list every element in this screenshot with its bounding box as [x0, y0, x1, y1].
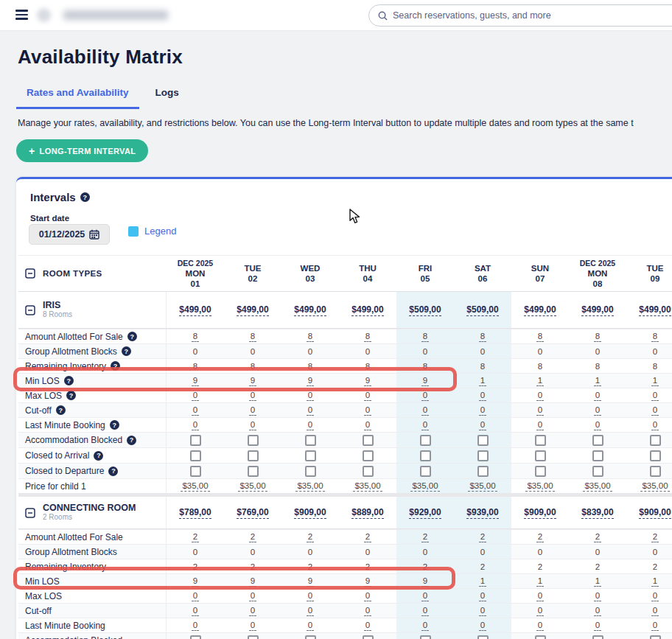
editable-value[interactable]: 2: [364, 532, 371, 542]
editable-value[interactable]: 0: [421, 391, 429, 401]
checkbox[interactable]: [535, 466, 546, 477]
rate-value[interactable]: $499,00: [581, 304, 613, 316]
checkbox[interactable]: [363, 435, 374, 446]
editable-value[interactable]: 0: [479, 621, 486, 631]
checkbox[interactable]: [305, 435, 316, 446]
editable-value[interactable]: 0: [249, 591, 256, 601]
checkbox[interactable]: [535, 450, 546, 461]
editable-value[interactable]: 9: [421, 576, 429, 587]
rate-value[interactable]: $909,00: [639, 507, 671, 519]
editable-value[interactable]: 0: [651, 606, 659, 616]
editable-value[interactable]: 0: [651, 420, 659, 430]
editable-value[interactable]: 2: [192, 532, 199, 542]
editable-value[interactable]: 2: [536, 532, 544, 542]
checkbox[interactable]: [363, 466, 374, 477]
checkbox[interactable]: [248, 435, 259, 446]
editable-value[interactable]: 8: [479, 332, 486, 342]
editable-value[interactable]: 9: [364, 576, 371, 587]
editable-value[interactable]: 0: [364, 405, 371, 416]
editable-value[interactable]: 9: [421, 376, 429, 386]
editable-value[interactable]: $35,00: [468, 481, 497, 492]
checkbox[interactable]: [477, 466, 489, 477]
editable-value[interactable]: 0: [249, 405, 256, 416]
hamburger-menu-icon[interactable]: [15, 10, 28, 20]
checkbox[interactable]: [248, 466, 259, 477]
intervals-help-icon[interactable]: ?: [80, 192, 90, 202]
editable-value[interactable]: 1: [651, 576, 659, 587]
editable-value[interactable]: 0: [651, 621, 659, 631]
editable-value[interactable]: 0: [479, 591, 486, 601]
global-search[interactable]: [368, 4, 672, 27]
editable-value[interactable]: 9: [364, 376, 371, 386]
editable-value[interactable]: 1: [651, 376, 659, 386]
rate-value[interactable]: $509,00: [409, 304, 441, 316]
editable-value[interactable]: 0: [536, 420, 544, 430]
editable-value[interactable]: 1: [536, 376, 544, 386]
rate-value[interactable]: $789,00: [179, 507, 211, 519]
checkbox[interactable]: [363, 635, 374, 639]
editable-value[interactable]: 0: [594, 405, 601, 416]
rate-value[interactable]: $499,00: [524, 304, 556, 316]
editable-value[interactable]: 2: [594, 532, 601, 542]
help-icon[interactable]: ?: [127, 436, 136, 445]
help-icon[interactable]: ?: [122, 346, 131, 356]
editable-value[interactable]: 1: [536, 576, 544, 587]
editable-value[interactable]: 0: [594, 621, 601, 631]
editable-value[interactable]: 1: [594, 376, 601, 386]
editable-value[interactable]: 2: [651, 532, 659, 542]
editable-value[interactable]: 0: [364, 606, 371, 616]
editable-value[interactable]: 9: [192, 576, 199, 587]
editable-value[interactable]: $35,00: [238, 481, 267, 492]
editable-value[interactable]: 0: [421, 405, 429, 416]
editable-value[interactable]: $35,00: [525, 481, 554, 492]
editable-value[interactable]: 9: [192, 376, 199, 386]
checkbox[interactable]: [420, 635, 431, 639]
start-date-input[interactable]: 01/12/2025: [29, 224, 110, 245]
checkbox[interactable]: [650, 635, 661, 639]
editable-value[interactable]: 8: [364, 332, 371, 342]
rate-value[interactable]: $509,00: [466, 304, 498, 316]
checkbox[interactable]: [535, 635, 546, 639]
editable-value[interactable]: 0: [307, 420, 314, 430]
editable-value[interactable]: 0: [249, 621, 256, 631]
checkbox[interactable]: [190, 435, 201, 446]
editable-value[interactable]: 8: [536, 332, 544, 342]
editable-value[interactable]: 0: [421, 606, 429, 616]
editable-value[interactable]: 0: [421, 621, 429, 631]
help-icon[interactable]: ?: [108, 467, 118, 476]
editable-value[interactable]: 0: [192, 591, 199, 601]
editable-value[interactable]: 0: [364, 591, 371, 601]
rate-value[interactable]: $769,00: [237, 507, 268, 519]
editable-value[interactable]: 0: [651, 391, 659, 401]
editable-value[interactable]: 0: [192, 621, 199, 631]
editable-value[interactable]: 0: [479, 606, 486, 616]
editable-value[interactable]: 0: [651, 405, 659, 416]
rate-value[interactable]: $499,00: [294, 304, 326, 316]
editable-value[interactable]: 9: [249, 376, 256, 386]
editable-value[interactable]: 0: [307, 391, 314, 401]
editable-value[interactable]: 0: [249, 391, 256, 401]
editable-value[interactable]: 0: [421, 420, 429, 430]
rate-value[interactable]: $909,00: [294, 507, 326, 519]
checkbox[interactable]: [190, 450, 201, 461]
editable-value[interactable]: 0: [651, 591, 659, 601]
editable-value[interactable]: 0: [594, 606, 601, 616]
editable-value[interactable]: 0: [594, 591, 601, 601]
rate-value[interactable]: $939,00: [466, 507, 498, 519]
checkbox[interactable]: [305, 635, 316, 639]
checkbox[interactable]: [305, 450, 316, 461]
help-icon[interactable]: ?: [94, 451, 103, 461]
tab-rates-and-availability[interactable]: Rates and Availability: [16, 84, 139, 109]
editable-value[interactable]: 2: [479, 532, 486, 542]
editable-value[interactable]: $35,00: [353, 481, 382, 492]
editable-value[interactable]: 0: [536, 405, 544, 416]
checkbox[interactable]: [190, 466, 201, 477]
collapse-section-icon[interactable]: [25, 508, 35, 518]
checkbox[interactable]: [477, 435, 489, 446]
editable-value[interactable]: 0: [364, 420, 371, 430]
checkbox[interactable]: [305, 466, 316, 477]
help-icon[interactable]: ?: [111, 361, 120, 371]
checkbox[interactable]: [592, 435, 603, 446]
editable-value[interactable]: 0: [536, 391, 544, 401]
editable-value[interactable]: 8: [421, 332, 429, 342]
